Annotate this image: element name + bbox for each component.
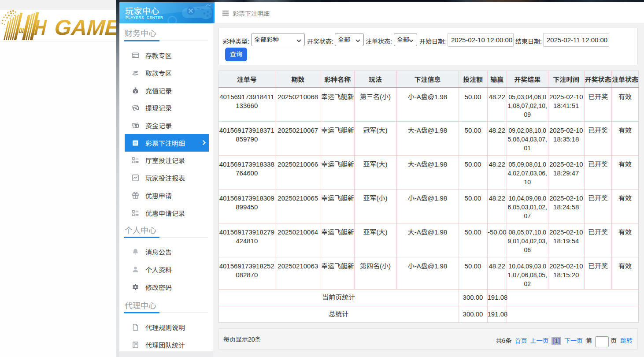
svg-text:H: H [33, 15, 48, 39]
svg-text:GAME: GAME [54, 15, 117, 39]
